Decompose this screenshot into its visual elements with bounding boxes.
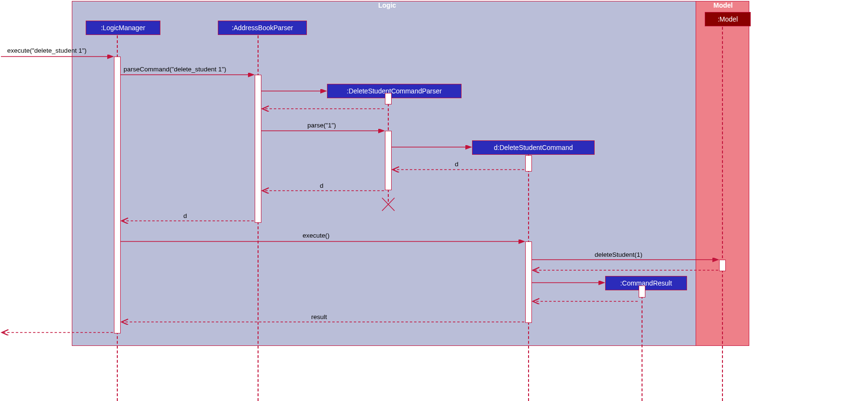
participant-delete-student-command: d:DeleteStudentCommand — [472, 140, 595, 155]
lifeline-command-result — [642, 291, 643, 401]
msg-d2: d — [320, 182, 324, 189]
participant-model: :Model — [705, 12, 751, 26]
frame-logic — [72, 1, 697, 346]
activation-dscp-create — [385, 93, 392, 104]
frame-title-model: Model — [713, 1, 733, 9]
activation-model — [719, 260, 726, 271]
msg-d3: d — [183, 212, 187, 219]
msg-parse1: parse("1") — [307, 122, 336, 129]
msg-d1: d — [455, 160, 459, 168]
participant-delete-student-command-parser: :DeleteStudentCommandParser — [327, 84, 462, 98]
msg-result: result — [311, 313, 327, 321]
msg-parse-command: parseCommand("delete_student 1") — [124, 66, 226, 73]
activation-dsc-execute — [525, 241, 532, 323]
label-logic-manager: :LogicManager — [101, 24, 146, 32]
msg-execute-in: execute("delete_student 1") — [7, 47, 87, 54]
participant-address-book-parser: :AddressBookParser — [218, 21, 307, 35]
label-dscp: :DeleteStudentCommandParser — [347, 87, 441, 95]
label-dsc: d:DeleteStudentCommand — [494, 144, 573, 151]
msg-delete-student: deleteStudent(1) — [595, 251, 643, 258]
frame-title-logic: Logic — [378, 1, 396, 9]
activation-address-book-parser — [255, 75, 261, 223]
activation-dscp-parse — [385, 131, 392, 190]
participant-logic-manager: :LogicManager — [86, 21, 160, 35]
participant-command-result: :CommandResult — [605, 276, 687, 290]
sequence-diagram: Logic Model :LogicManager :AddressBookPa… — [0, 0, 868, 401]
lifeline-model — [722, 27, 723, 401]
label-command-result: :CommandResult — [620, 279, 672, 287]
activation-logic-manager — [114, 57, 121, 333]
msg-execute: execute() — [303, 232, 329, 239]
label-address-book-parser: :AddressBookParser — [232, 24, 293, 32]
label-model: :Model — [718, 15, 738, 23]
activation-command-result — [639, 286, 645, 298]
activation-dsc-create — [525, 155, 532, 172]
